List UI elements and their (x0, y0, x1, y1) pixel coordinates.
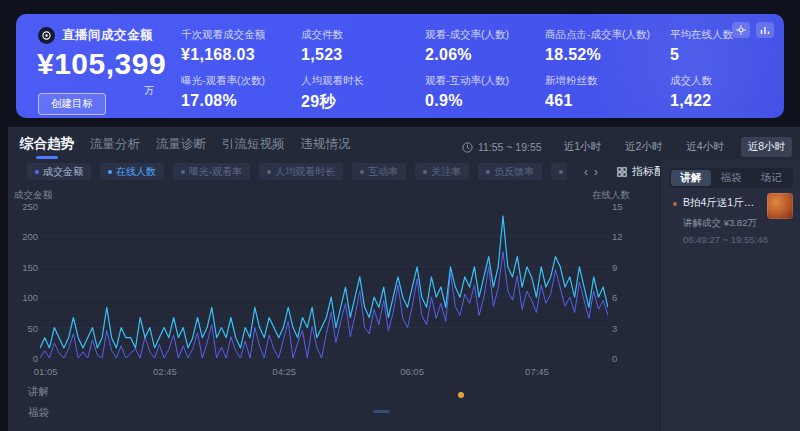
range-button-last-4h[interactable]: 近4小时 (679, 137, 730, 157)
range-button-last-2h[interactable]: 近2小时 (618, 137, 669, 157)
metric-chips-row: 成交金额在线人数曝光-观看率人均观看时长互动率关注率负反馈率负反馈次数千次观看…… (27, 163, 676, 180)
y-axis-left-tick: 200 (12, 231, 38, 242)
chip-dot-icon (108, 170, 112, 174)
gmv-summary-card: 直播间成交金额 ¥105,399 万 创建目标 千次观看成交金额¥1,168.0… (16, 14, 784, 118)
side-tab-explain[interactable]: 讲解 (671, 170, 711, 186)
chip-dot-icon (423, 170, 427, 174)
y-axis-left-tick: 50 (12, 322, 38, 333)
track-label-luckybag: 福袋 (28, 406, 49, 420)
side-tab-scene-notes[interactable]: 场记 (751, 170, 791, 186)
metric-value: ¥1,168.03 (181, 46, 301, 64)
time-controls: 11:55 ~ 19:55 近1小时近2小时近4小时近8小时 (462, 137, 792, 157)
metric-label: 成交人数 (670, 74, 780, 88)
metric-value: 29秒 (301, 92, 425, 113)
metric-label: 商品点击-成交率(人数) (545, 28, 670, 42)
metric-label: 人均观看时长 (301, 74, 425, 88)
chip-dot-icon (267, 170, 271, 174)
explain-item-gmv: 讲解成交 ¥3.82万 (683, 217, 757, 230)
metric-value: 2.06% (425, 46, 545, 64)
tab-traffic-diagnosis[interactable]: 流量诊断 (156, 136, 206, 159)
side-tab-lucky-bag[interactable]: 福袋 (711, 170, 751, 186)
y-axis-right-title: 在线人数 (592, 189, 630, 202)
y-axis-left-tick: 150 (12, 261, 38, 272)
metric-1: 成交件数1,523 (301, 28, 425, 72)
metric-value: 461 (545, 92, 670, 110)
side-panel-tabs: 讲解福袋场记 (669, 168, 793, 188)
product-thumbnail[interactable] (767, 193, 793, 219)
y-axis-left-tick: 250 (12, 201, 38, 212)
live-room-icon (38, 27, 55, 44)
chip-dot-icon (559, 170, 563, 174)
y-axis-right-tick: 6 (612, 292, 617, 303)
metrics-grid: 千次观看成交金额¥1,168.03成交件数1,523观看-成交率(人数)2.06… (181, 28, 780, 118)
y-axis-left-tick: 0 (12, 353, 38, 364)
chip-follow-rate[interactable]: 关注率 (415, 163, 469, 180)
chart-plot (40, 206, 608, 358)
chip-negative-feedback-rate[interactable]: 负反馈率 (478, 163, 542, 180)
x-axis-tick: 01:05 (34, 366, 58, 377)
tab-violations[interactable]: 违规情况 (301, 136, 351, 159)
gmv-amount: ¥105,399 (37, 47, 166, 81)
chip-dot-icon (486, 170, 490, 174)
chip-label: 成交金额 (43, 165, 83, 179)
luckybag-event-marker[interactable] (373, 410, 390, 413)
metric-value: 1,523 (301, 46, 425, 64)
chip-label: 负反馈率 (494, 165, 534, 179)
chip-label: 互动率 (368, 165, 398, 179)
chevron-left-icon[interactable]: ‹ (584, 165, 588, 179)
chip-gmv[interactable]: 成交金额 (27, 163, 91, 180)
explain-item-title[interactable]: B拍4斤送1斤共35-4… (683, 196, 763, 210)
metric-label: 观看-互动率(人数) (425, 74, 545, 88)
chip-negative-feedback-count[interactable]: 负反馈次数 (551, 163, 567, 180)
metric-9: 成交人数1,422 (670, 74, 780, 118)
chip-online-users[interactable]: 在线人数 (100, 163, 164, 180)
chip-avg-watch-time[interactable]: 人均观看时长 (259, 163, 343, 180)
chip-dot-icon (181, 170, 185, 174)
metric-label: 观看-成交率(人数) (425, 28, 545, 42)
y-axis-right-tick: 12 (612, 231, 623, 242)
range-button-last-1h[interactable]: 近1小时 (557, 137, 608, 157)
chip-label: 人均观看时长 (275, 165, 335, 179)
metric-6: 人均观看时长29秒 (301, 74, 425, 118)
metric-2: 观看-成交率(人数)2.06% (425, 28, 545, 72)
metric-5: 曝光-观看率(次数)17.08% (181, 74, 301, 118)
metric-value: 17.08% (181, 92, 301, 110)
range-buttons: 近1小时近2小时近4小时近8小时 (557, 137, 792, 157)
metric-label: 成交件数 (301, 28, 425, 42)
y-axis-right-tick: 0 (612, 353, 617, 364)
metric-label: 千次观看成交金额 (181, 28, 301, 42)
explain-item-time: 06:49:27 ~ 19:55:48 (683, 234, 768, 245)
x-axis-tick: 07:45 (525, 366, 549, 377)
explain-event-marker[interactable] (458, 392, 464, 398)
y-axis-left-tick: 100 (12, 292, 38, 303)
metric-8: 新增粉丝数461 (545, 74, 670, 118)
x-axis-tick: 06:05 (400, 366, 424, 377)
chip-label: 曝光-观看率 (189, 165, 242, 179)
gmv-amount-unit: 万 (144, 84, 154, 98)
create-goal-button[interactable]: 创建目标 (38, 93, 106, 115)
nav-tabs: 综合趋势流量分析流量诊断引流短视频违规情况 (20, 135, 351, 159)
metric-value: 18.52% (545, 46, 670, 64)
tab-traffic-analysis[interactable]: 流量分析 (90, 136, 140, 159)
metric-value: 5 (670, 46, 780, 64)
chip-exposure-view-rate[interactable]: 曝光-观看率 (173, 163, 250, 180)
side-panel: 讲解福袋场记 B拍4斤送1斤共35-4… 讲解成交 ¥3.82万 06:49:2… (660, 160, 800, 431)
y-axis-right-tick: 9 (612, 261, 617, 272)
tab-referral-videos[interactable]: 引流短视频 (222, 136, 285, 159)
clock-icon (462, 142, 473, 153)
metric-value: 1,422 (670, 92, 780, 110)
settings-gear-icon[interactable] (732, 22, 750, 38)
chip-interaction-rate[interactable]: 互动率 (352, 163, 406, 180)
x-axis-tick: 04:25 (272, 366, 296, 377)
metric-value: 0.9% (425, 92, 545, 110)
analytics-icon[interactable] (756, 22, 774, 38)
chip-dot-icon (35, 170, 39, 174)
chip-dot-icon (360, 170, 364, 174)
metric-label: 新增粉丝数 (545, 74, 670, 88)
trend-chart: 成交金额 在线人数 2502001501005001512963001:0502… (8, 185, 656, 385)
range-button-last-8h[interactable]: 近8小时 (741, 137, 792, 157)
time-range: 11:55 ~ 19:55 (462, 141, 542, 153)
metric-0: 千次观看成交金额¥1,168.03 (181, 28, 301, 72)
chevron-right-icon[interactable]: › (594, 165, 598, 179)
tab-overview[interactable]: 综合趋势 (20, 135, 74, 159)
